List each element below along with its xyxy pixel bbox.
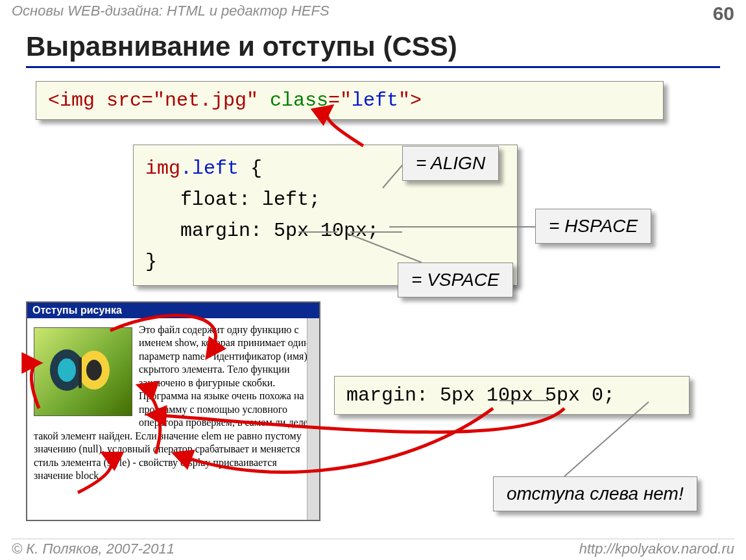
copyright: © К. Поляков, 2007-2011 [12, 541, 174, 557]
slide-title: Выравнивание и отступы (CSS) [26, 31, 720, 68]
slide-footer: © К. Поляков, 2007-2011 http://kpolyakov… [12, 539, 734, 557]
page-number: 60 [713, 3, 734, 25]
code2-l3: margin: 5px 10px; [145, 220, 379, 242]
code2-l2: float: left; [145, 189, 320, 211]
scrollbar[interactable] [307, 318, 319, 520]
code1-p2: class [270, 89, 328, 111]
callout-vspace: = VSPACE [398, 262, 513, 298]
slide-header: Основы WEB-дизайна: HTML и редактор HEFS… [12, 3, 734, 25]
callout-no-left-margin: отступа слева нет! [493, 476, 697, 511]
footer-url: http://kpolyakov.narod.ru [579, 541, 734, 557]
code1-p4: left [352, 89, 398, 111]
svg-point-3 [86, 360, 102, 380]
svg-point-2 [58, 358, 76, 382]
butterfly-icon [47, 344, 112, 402]
sample-window-body: Это файл содержит одну функцию с именем … [27, 318, 319, 489]
callout-align: = ALIGN [402, 146, 499, 181]
course-title: Основы WEB-дизайна: HTML и редактор HEFS [12, 3, 330, 25]
code2-l4: } [145, 251, 157, 273]
sample-window: Отступы рисунка Это файл содержит одну ф… [26, 301, 320, 521]
callout-hspace: = HSPACE [535, 209, 651, 244]
sample-window-title: Отступы рисунка [27, 303, 319, 318]
code1-p5: "> [398, 89, 422, 111]
code2-l1b: .left [180, 158, 239, 180]
code-margin-full: margin: 5px 10px 5px 0; [334, 376, 690, 415]
code1-p1: <img src="net.jpg" [48, 89, 270, 111]
code2-l1c: { [239, 158, 262, 180]
svg-rect-4 [78, 357, 82, 388]
sample-image [34, 327, 132, 416]
code1-p3: =" [328, 89, 352, 111]
code2-l1a: img [145, 158, 180, 180]
code-img-tag: <img src="net.jpg" class="left"> [36, 81, 664, 120]
